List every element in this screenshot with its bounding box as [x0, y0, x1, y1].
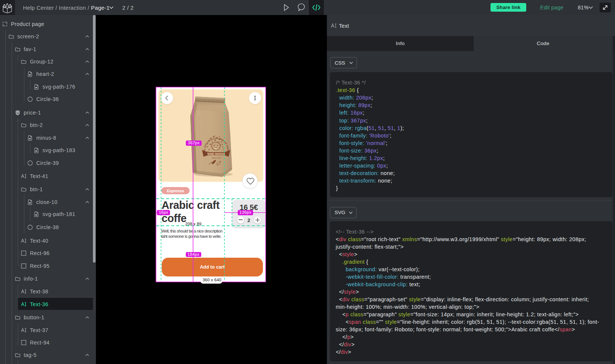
svg-text:NABI NAHUA: NABI NAHUA [207, 153, 225, 155]
svg-text:SINCE 1930: SINCE 1930 [212, 157, 221, 159]
